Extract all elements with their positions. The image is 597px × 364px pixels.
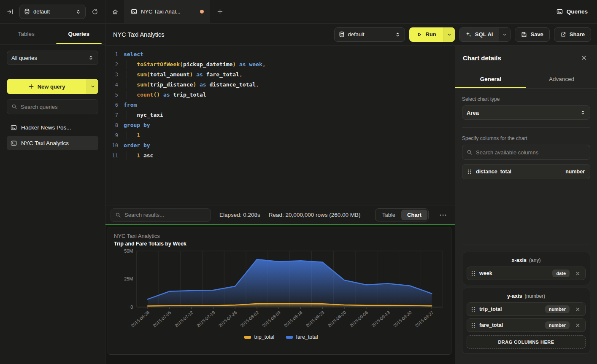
sql-token <box>124 152 137 159</box>
query-filter-select[interactable]: All queries <box>7 51 98 65</box>
sql-token <box>124 81 137 88</box>
sql-token: total_amount <box>150 71 190 78</box>
sql-token: trip_total <box>173 92 206 98</box>
sidebar-search[interactable] <box>7 99 98 114</box>
home-tab[interactable] <box>105 0 125 23</box>
sql-token <box>124 112 137 118</box>
new-tab-button[interactable] <box>210 0 230 23</box>
axis-column-item[interactable]: fare_totalnumber <box>467 318 586 332</box>
remove-column-icon[interactable] <box>575 270 581 277</box>
axis-column-item[interactable]: trip_totalnumber <box>467 302 586 316</box>
sql-token <box>196 81 200 88</box>
query-list-item[interactable]: NYC Taxi Analytics <box>7 136 98 150</box>
table-view-button[interactable]: Table <box>376 210 401 220</box>
axis-constraint: (number) <box>524 293 545 299</box>
run-database-selector[interactable]: default <box>334 27 405 42</box>
sql-token: , <box>256 81 259 88</box>
indent-guide <box>127 60 127 69</box>
sidebar-tab-tables[interactable]: Tables <box>0 24 53 44</box>
queries-icon <box>556 8 563 15</box>
drag-handle-icon[interactable] <box>471 307 475 312</box>
sql-token: , <box>262 61 266 67</box>
code-text: 1 <box>124 130 140 140</box>
sql-token <box>124 71 137 78</box>
sidebar-search-input[interactable] <box>21 104 95 110</box>
legend-item[interactable]: fare_total <box>286 334 318 340</box>
sql-token: ) <box>232 61 236 67</box>
database-icon <box>24 8 30 15</box>
active-tab-underline <box>56 43 102 44</box>
axis-column-item[interactable]: weekdate <box>467 267 586 280</box>
share-button[interactable]: Share <box>554 27 591 42</box>
new-query-dropdown[interactable] <box>86 79 98 94</box>
svg-text:2015-09-06: 2015-09-06 <box>349 310 369 328</box>
svg-text:50M: 50M <box>124 248 133 253</box>
available-column-item[interactable]: distance_totalnumber <box>462 164 590 179</box>
legend-item[interactable]: trip_total <box>244 334 274 340</box>
queries-nav-button[interactable]: Queries <box>547 0 597 23</box>
sql-token: as <box>163 92 170 98</box>
collapse-sidebar-icon[interactable] <box>5 7 15 17</box>
svg-text:2015-09-20: 2015-09-20 <box>392 310 413 328</box>
sidebar-tabs: Tables Queries <box>0 24 105 45</box>
chevron-updown-icon <box>395 32 400 38</box>
run-button[interactable]: Run <box>409 27 455 42</box>
remove-column-icon[interactable] <box>575 306 581 313</box>
chevron-updown-icon <box>580 110 586 116</box>
sql-token <box>140 152 143 159</box>
code-line: 6from <box>105 100 455 110</box>
new-query-button[interactable]: New query <box>7 79 98 94</box>
code-text: count() as trip_total <box>124 90 206 100</box>
code-line: 8group by <box>105 120 455 130</box>
columns-search-input[interactable] <box>476 149 586 156</box>
drag-handle-icon[interactable] <box>467 169 471 175</box>
svg-text:2015-08-23: 2015-08-23 <box>305 310 325 328</box>
line-number: 11 <box>105 151 118 161</box>
chart-view-button[interactable]: Chart <box>401 210 427 220</box>
legend-swatch <box>286 336 293 339</box>
drag-handle-icon[interactable] <box>471 323 475 328</box>
sql-token: sum( <box>137 71 150 78</box>
sql-token: as <box>196 71 203 78</box>
tab-general[interactable]: General <box>455 70 526 88</box>
axis-name: y-axis <box>507 293 522 299</box>
svg-text:2015-07-26: 2015-07-26 <box>218 310 238 328</box>
close-icon[interactable] <box>579 53 589 62</box>
code-text: order by <box>124 140 150 151</box>
svg-text:0: 0 <box>130 305 133 310</box>
indent-guide <box>127 70 127 79</box>
database-selector-value: default <box>33 8 72 15</box>
rows-read: Read: 20,000,000 rows (260.00 MB) <box>269 212 361 218</box>
chart-type-select[interactable]: Area <box>462 105 590 120</box>
code-line: 3 sum(total_amount) as fare_total, <box>105 70 455 80</box>
remove-column-icon[interactable] <box>575 322 581 329</box>
run-options-dropdown[interactable] <box>443 27 455 42</box>
chart-type-label: Select chart type <box>462 96 590 102</box>
database-selector[interactable]: default <box>19 5 86 19</box>
panel-spacer <box>462 179 590 245</box>
more-options-button[interactable]: ··· <box>437 211 450 218</box>
code-text: nyc_taxi <box>124 110 163 120</box>
y-axis-section: y-axis(number)trip_totalnumberfare_total… <box>462 288 590 354</box>
sql-ai-button[interactable]: SQL AI <box>459 27 511 42</box>
results-search[interactable] <box>111 208 211 222</box>
sql-ai-dropdown[interactable] <box>499 28 510 41</box>
sidebar-tab-queries[interactable]: Queries <box>53 24 105 44</box>
line-number: 1 <box>105 49 118 59</box>
sql-token: from <box>124 102 137 108</box>
drag-columns-dropzone[interactable]: DRAG COLUMNS HERE <box>467 335 586 349</box>
query-list-item[interactable]: Hacker News Pos... <box>7 120 98 135</box>
save-button[interactable]: Save <box>515 27 549 42</box>
results-search-input[interactable] <box>124 212 206 218</box>
sql-editor[interactable]: 1select2 toStartOfWeek(pickup_datetime) … <box>105 46 455 205</box>
sql-token: () <box>153 92 160 98</box>
columns-search[interactable] <box>462 145 590 160</box>
tab-nyc-taxi-analytics[interactable]: NYC Taxi Anal... <box>125 0 210 23</box>
drag-handle-icon[interactable] <box>471 271 475 276</box>
refresh-icon[interactable] <box>90 7 100 17</box>
tab-advanced[interactable]: Advanced <box>526 70 597 88</box>
indent-guide <box>127 81 127 89</box>
editor-header: NYC Taxi Analytics default Run <box>105 24 597 46</box>
code-text: toStartOfWeek(pickup_datetime) as week, <box>124 59 266 70</box>
sql-token <box>124 61 137 67</box>
